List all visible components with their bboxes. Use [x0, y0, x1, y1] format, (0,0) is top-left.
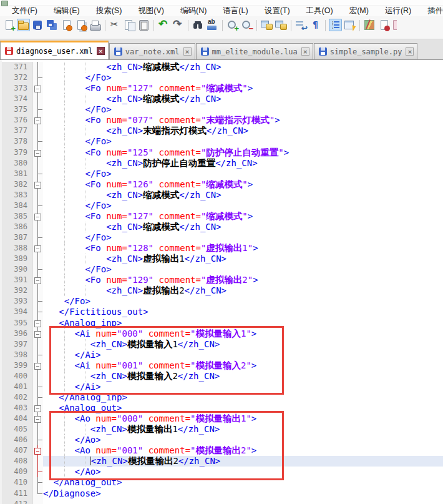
- save-all-icon[interactable]: [46, 19, 59, 31]
- zoom-in-icon[interactable]: [226, 19, 239, 31]
- code-text[interactable]: <Analog_inp>: [43, 318, 443, 329]
- fold-collapse-icon[interactable]: [32, 329, 43, 339]
- sync-scroll-horizontal-icon[interactable]: [275, 19, 288, 31]
- zoom-out-icon[interactable]: [240, 19, 253, 31]
- sync-scroll-vertical-icon[interactable]: [260, 19, 273, 31]
- code-text[interactable]: <Fo num="126" comment="缩减模式">: [43, 179, 443, 190]
- fold-collapse-icon[interactable]: [32, 179, 43, 190]
- code-text[interactable]: </Ao>: [43, 435, 443, 445]
- code-text[interactable]: <Ao num="000" comment="模拟量输出1">: [43, 413, 443, 424]
- close-all-icon[interactable]: [74, 19, 87, 31]
- close-tab-icon[interactable]: ×: [406, 47, 414, 56]
- menu-item-5[interactable]: 语言(L): [215, 6, 256, 16]
- close-icon[interactable]: [60, 19, 73, 31]
- code-text[interactable]: <zh_CN>防护停止自动重置</zh_CN>: [43, 158, 443, 169]
- code-text[interactable]: </Analog_inp>: [43, 392, 443, 403]
- menu-item-2[interactable]: 搜索(S): [88, 6, 130, 16]
- code-text[interactable]: </Fictitious_out>: [43, 307, 443, 317]
- fold-collapse-icon[interactable]: [32, 243, 43, 254]
- tab-mm_elite_module.lua[interactable]: mm_elite_module.lua×: [196, 43, 313, 59]
- code-text[interactable]: <Fo num="127" comment="缩减模式">: [43, 83, 443, 94]
- code-text[interactable]: </Ao>: [43, 467, 443, 477]
- code-text[interactable]: <zh_CN>末端指示灯模式</zh_CN>: [43, 126, 443, 136]
- code-text[interactable]: </Fo>: [43, 104, 443, 115]
- undo-icon[interactable]: [157, 19, 170, 31]
- partial-icon[interactable]: [392, 19, 397, 31]
- code-text[interactable]: </Ai>: [43, 350, 443, 360]
- fold-collapse-icon[interactable]: [32, 445, 43, 456]
- fold-collapse-icon[interactable]: [32, 211, 43, 222]
- print-icon[interactable]: [89, 19, 102, 31]
- save-icon[interactable]: [31, 19, 44, 31]
- code-text[interactable]: <zh_CN>模拟量输出2</zh_CN>: [43, 456, 443, 467]
- close-tab-icon[interactable]: ×: [183, 47, 192, 56]
- code-text[interactable]: <Ai num="000" comment="模拟量输入1">: [43, 329, 443, 339]
- code-text[interactable]: <Fo num="077" comment="末端指示灯模式">: [43, 115, 443, 126]
- code-text[interactable]: </Fo>: [43, 264, 443, 275]
- code-text[interactable]: <zh_CN>缩减模式</zh_CN>: [43, 222, 443, 232]
- editor[interactable]: 371<zh_CN>缩减模式</zh_CN>372</Fo>373<Fo num…: [0, 60, 443, 504]
- code-text[interactable]: [43, 499, 443, 504]
- indent-guide-icon[interactable]: [329, 19, 342, 31]
- tab-diagnose_user.xml[interactable]: diagnose_user.xml×: [0, 41, 109, 60]
- code-text[interactable]: </Fo>: [43, 296, 443, 307]
- code-text[interactable]: </Fo>: [43, 72, 443, 83]
- code-text[interactable]: <zh_CN>虚拟输出2</zh_CN>: [43, 285, 443, 296]
- redo-icon[interactable]: [172, 19, 185, 31]
- code-text[interactable]: </Ai>: [43, 382, 443, 392]
- code-text[interactable]: <Fo num="127" comment="缩减模式">: [43, 211, 443, 222]
- menu-item-6[interactable]: 设置(T): [256, 6, 298, 16]
- new-file-icon[interactable]: [2, 19, 16, 31]
- open-file-icon[interactable]: [17, 19, 30, 31]
- code-text[interactable]: <Ao num="001" comment="模拟量输出2">: [43, 445, 443, 456]
- tab-var_note.xml[interactable]: var_note.xml×: [109, 43, 195, 59]
- code-text[interactable]: <zh_CN>缩减模式</zh_CN>: [43, 190, 443, 200]
- find-icon[interactable]: [192, 19, 205, 31]
- menu-item-0[interactable]: 文件(F): [4, 6, 46, 16]
- code-text[interactable]: </Fo>: [43, 169, 443, 179]
- code-text[interactable]: </Analog_out>: [43, 477, 443, 488]
- menu-item-7[interactable]: 工具(O): [298, 6, 341, 16]
- function-list-icon[interactable]: [343, 19, 356, 31]
- copy-icon[interactable]: [123, 19, 136, 31]
- code-area[interactable]: 371<zh_CN>缩减模式</zh_CN>372</Fo>373<Fo num…: [2, 60, 443, 504]
- code-text[interactable]: </Fo>: [43, 200, 443, 211]
- code-text[interactable]: </Fo>: [43, 136, 443, 147]
- menu-item-1[interactable]: 编辑(E): [46, 6, 88, 16]
- menu-item-9[interactable]: 运行(R): [377, 6, 419, 16]
- fold-collapse-icon[interactable]: [32, 275, 43, 285]
- code-text[interactable]: <Fo num="128" comment="虚拟输出1">: [43, 243, 443, 254]
- close-tab-icon[interactable]: ×: [97, 47, 105, 55]
- cut-icon[interactable]: [109, 19, 122, 31]
- menu-item-4[interactable]: 编码(N): [172, 6, 215, 16]
- code-text[interactable]: <Analog_out>: [43, 403, 443, 413]
- fold-collapse-icon[interactable]: [32, 403, 43, 413]
- document-map-icon[interactable]: [363, 19, 376, 31]
- code-text[interactable]: <Fo num="129" comment="虚拟输出2">: [43, 275, 443, 285]
- show-all-characters-icon[interactable]: [309, 19, 322, 31]
- code-text[interactable]: <zh_CN>模拟量输入1</zh_CN>: [43, 339, 443, 350]
- code-text[interactable]: <zh_CN>缩减模式</zh_CN>: [43, 94, 443, 104]
- doc-switcher-icon[interactable]: [377, 19, 391, 31]
- code-text[interactable]: <zh_CN>缩减模式</zh_CN>: [43, 62, 443, 72]
- paste-icon[interactable]: [137, 19, 150, 31]
- fold-collapse-icon[interactable]: [32, 413, 43, 424]
- replace-icon[interactable]: [206, 19, 219, 31]
- code-text[interactable]: </Diagnose>: [43, 488, 443, 499]
- menu-item-10[interactable]: 插件(P): [419, 6, 443, 16]
- fold-collapse-icon[interactable]: [32, 115, 43, 126]
- code-text[interactable]: <Fo num="125" comment="防护停止自动重置">: [43, 147, 443, 158]
- code-text[interactable]: <zh_CN>模拟量输出1</zh_CN>: [43, 424, 443, 435]
- close-tab-icon[interactable]: ×: [301, 47, 309, 56]
- fold-collapse-icon[interactable]: [32, 147, 43, 158]
- menu-item-8[interactable]: 宏(M): [341, 6, 377, 16]
- word-wrap-icon[interactable]: [295, 19, 308, 31]
- menu-item-3[interactable]: 视图(V): [130, 6, 172, 16]
- tab-simple_sample.py[interactable]: simple_sample.py×: [314, 43, 418, 59]
- fold-collapse-icon[interactable]: [32, 318, 43, 329]
- code-text[interactable]: <zh_CN>虚拟输出1</zh_CN>: [43, 254, 443, 264]
- code-text[interactable]: </Fo>: [43, 232, 443, 243]
- fold-collapse-icon[interactable]: [32, 83, 43, 94]
- code-text[interactable]: <Ai num="001" comment="模拟量输入2">: [43, 360, 443, 371]
- fold-collapse-icon[interactable]: [32, 360, 43, 371]
